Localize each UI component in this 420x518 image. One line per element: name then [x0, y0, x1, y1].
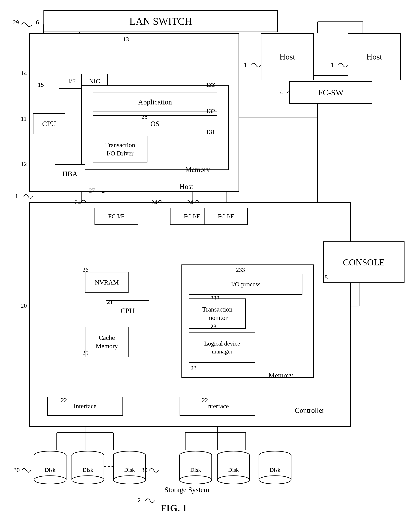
- ref-24c: 24: [187, 199, 193, 206]
- disk1-left-label: Disk: [45, 467, 56, 473]
- hba-label: HBA: [62, 170, 77, 178]
- lan-switch-label: LAN SWITCH: [129, 15, 192, 27]
- ref-233: 233: [236, 266, 245, 273]
- interface1-label: Interface: [74, 403, 97, 410]
- disk2-right: Disk: [216, 450, 251, 486]
- ref-30a: 30: [14, 467, 20, 474]
- disk1-right-label: Disk: [190, 467, 201, 473]
- cpu-host-box: CPU: [33, 113, 65, 134]
- logical-device-label: Logical device manager: [204, 340, 240, 355]
- if-box: I/F: [59, 74, 85, 89]
- memory-host-label: Memory: [185, 165, 210, 174]
- ref-12: 12: [21, 161, 27, 168]
- fc-if3-box: FC I/F: [204, 208, 248, 225]
- host-right2-box: Host: [348, 33, 401, 80]
- ref-133: 133: [206, 81, 215, 88]
- ref-2: 2: [138, 497, 141, 504]
- ref-30b: 30: [141, 467, 147, 474]
- svg-point-85: [259, 476, 291, 484]
- console-label: CONSOLE: [343, 257, 385, 267]
- ref-15: 15: [38, 81, 44, 88]
- ref-28: 28: [141, 113, 147, 120]
- disk3-right-label: Disk: [270, 467, 280, 473]
- interface1-box: Interface: [47, 397, 123, 416]
- ref-5: 5: [325, 274, 328, 281]
- ref-1-host2: 1: [331, 61, 334, 68]
- host-right1-label: Host: [279, 52, 295, 62]
- os-label: OS: [150, 119, 160, 128]
- ref-24a: 24: [75, 199, 81, 206]
- disk3-left-label: Disk: [124, 467, 135, 473]
- interface2-box: Interface: [180, 397, 255, 416]
- ref-25: 25: [82, 349, 89, 356]
- ref-1-host: 1: [244, 61, 247, 68]
- cpu-host-label: CPU: [42, 119, 56, 128]
- nvram-label: NVRAM: [95, 279, 119, 286]
- ref-27: 27: [89, 187, 95, 194]
- disk2-right-label: Disk: [228, 467, 239, 473]
- transaction-monitor-label: Transaction monitor: [202, 305, 232, 322]
- ref-6: 6: [36, 19, 39, 26]
- cache-memory-label: Cache Memory: [96, 334, 118, 350]
- ref-22b: 22: [202, 397, 208, 404]
- disk3-right: Disk: [257, 450, 293, 486]
- host-right1-box: Host: [261, 33, 314, 80]
- ref-13: 13: [123, 36, 129, 43]
- cache-memory-box: Cache Memory: [85, 327, 128, 357]
- host-right2-label: Host: [366, 52, 382, 62]
- ref-132: 132: [206, 108, 215, 115]
- ref-24b: 24: [151, 199, 157, 206]
- ref-22a: 22: [61, 397, 67, 404]
- ref-23: 23: [191, 365, 197, 372]
- svg-point-70: [113, 476, 146, 484]
- memory-ctrl-label: Memory: [268, 371, 293, 379]
- controller-label: Controller: [295, 406, 324, 414]
- fc-sw-box: FC-SW: [289, 81, 372, 104]
- application-box: Application: [93, 93, 217, 111]
- ref-1-ctrl: 1: [15, 193, 18, 200]
- disk2-left-label: Disk: [82, 467, 93, 473]
- os-box: OS: [93, 115, 217, 132]
- fig-label: FIG. 1: [161, 503, 187, 513]
- disk2-left: Disk: [70, 450, 106, 486]
- nvram-box: NVRAM: [85, 272, 128, 293]
- application-label: Application: [138, 98, 172, 106]
- svg-point-65: [72, 476, 104, 484]
- ref-26: 26: [82, 266, 89, 273]
- storage-system-label: Storage System: [165, 486, 209, 494]
- ref-231: 231: [210, 323, 219, 330]
- io-process-label: I/O process: [231, 281, 261, 288]
- logical-device-box: Logical device manager: [189, 333, 255, 363]
- ref-11: 11: [21, 115, 27, 122]
- ref-29: 29: [13, 19, 19, 26]
- ref-232: 232: [210, 295, 219, 302]
- console-box: CONSOLE: [323, 241, 405, 283]
- ref-20: 20: [21, 302, 27, 309]
- nic-label: NIC: [89, 78, 100, 85]
- io-process-box: I/O process: [189, 274, 302, 295]
- svg-point-80: [217, 476, 249, 484]
- cpu-ctrl-label: CPU: [120, 307, 135, 315]
- svg-point-75: [180, 476, 212, 484]
- fc-if2-label: FC I/F: [184, 213, 200, 220]
- ref-21: 21: [107, 298, 113, 305]
- ref-4: 4: [280, 89, 283, 96]
- transaction-io-label: Transaction I/O Driver: [105, 141, 135, 158]
- ref-14: 14: [21, 70, 27, 77]
- host-main-label: Host: [180, 182, 193, 191]
- diagram: LAN SWITCH I/F NIC Application OS Transa…: [0, 0, 420, 518]
- lan-switch-box: LAN SWITCH: [44, 10, 278, 32]
- fc-sw-label: FC-SW: [318, 88, 344, 97]
- disk1-right: Disk: [178, 450, 214, 486]
- fc-if1-label: FC I/F: [108, 213, 124, 220]
- fc-if1-box: FC I/F: [95, 208, 138, 225]
- interface2-label: Interface: [206, 403, 229, 410]
- ref-131: 131: [206, 128, 215, 135]
- disk1-left: Disk: [32, 450, 68, 486]
- transaction-io-box: Transaction I/O Driver: [93, 136, 147, 163]
- hba-box: HBA: [55, 164, 85, 183]
- svg-point-60: [34, 476, 66, 484]
- fc-if3-label: FC I/F: [218, 213, 234, 220]
- if-label: I/F: [68, 78, 76, 85]
